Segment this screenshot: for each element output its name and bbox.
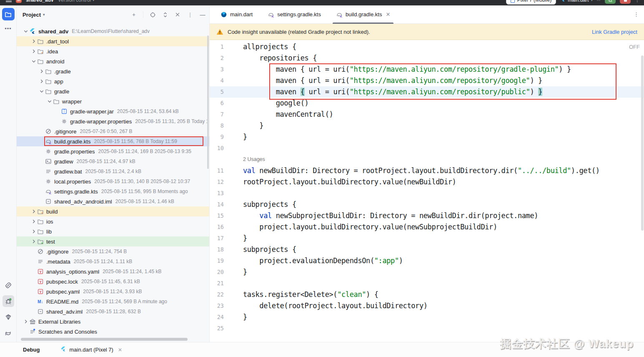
flutter-icon <box>560 0 566 3</box>
tree-chevron-icon[interactable] <box>38 88 45 95</box>
flutter-icon <box>60 346 66 353</box>
tree-row-shared_adv_android.iml[interactable]: shared_adv_android.iml2025-08-15 11:24, … <box>17 196 210 206</box>
tree-row-android[interactable]: android <box>17 56 210 66</box>
tree-item-label: gradle <box>54 88 69 95</box>
tree-row-local.properties[interactable]: local.properties2025-08-15 11:30, 140 B … <box>17 176 210 186</box>
tree-row-gradlew.bat[interactable]: gradlew.bat2025-08-15 11:24, 2.4 kB <box>17 166 210 176</box>
code-line-23: 23 delete(rootProject.layout.buildDirect… <box>210 300 644 312</box>
services-icon[interactable] <box>3 279 14 291</box>
debug-label[interactable]: Debug <box>23 347 40 353</box>
tree-chevron-icon[interactable] <box>38 68 45 75</box>
collapse-all-icon[interactable] <box>174 11 181 18</box>
code-line-5: 5 maven { url = uri("https://maven.aliyu… <box>210 86 644 98</box>
debug-run-button[interactable] <box>605 0 616 4</box>
tree-chevron-icon[interactable] <box>30 38 37 45</box>
inspections-widget[interactable]: OFF <box>629 44 640 50</box>
tree-row-pubspec.yaml[interactable]: Ypubspec.yaml2025-08-15 11:24, 3.93 kB <box>17 287 210 297</box>
scratches-icon <box>29 328 36 335</box>
tree-row-app[interactable]: app <box>17 76 210 86</box>
tree-row-wrapper[interactable]: wrapper <box>17 96 210 106</box>
add-icon[interactable]: ＋ <box>130 11 137 18</box>
chevron-down-icon: ▾ <box>43 13 45 17</box>
options-icon[interactable]: ⋮ <box>187 11 193 18</box>
project-panel-title[interactable]: Project▾ <box>23 12 45 18</box>
tree-chevron-icon[interactable] <box>23 318 29 325</box>
link-gradle-project-action[interactable]: Link Gradle project <box>592 29 637 35</box>
line-number: 20 <box>210 266 233 278</box>
tree-row-ios[interactable]: ios <box>17 216 210 226</box>
tree-vertical-scrollbar[interactable] <box>207 35 209 169</box>
tab-build.gradle.kts[interactable]: Kbuild.gradle.kts✕ <box>328 5 398 24</box>
version-control-menu[interactable]: Version control▾ <box>58 0 95 3</box>
devtools-cat-icon[interactable] <box>3 327 14 339</box>
tab-settings.gradle.kts[interactable]: Ksettings.gradle.kts <box>260 5 328 24</box>
tree-row-gradle[interactable]: gradle <box>17 86 210 96</box>
tree-chevron-icon[interactable] <box>38 78 45 85</box>
tree-chevron-spacer <box>30 288 37 295</box>
debug-session-tab[interactable]: main.dart (Pixel 7) ✕ <box>60 346 122 353</box>
code-editor[interactable]: 1allprojects {2 repositories {3 maven { … <box>210 40 644 342</box>
tree-chevron-icon[interactable] <box>30 218 37 225</box>
tree-chevron-icon[interactable] <box>30 228 37 235</box>
tree-chevron-icon[interactable] <box>30 208 37 215</box>
editor-vertical-scrollbar[interactable] <box>641 55 644 231</box>
tree-row-gradle.properties[interactable]: gradle.properties2025-08-15 11:24, 169 B… <box>17 146 210 156</box>
tree-row-shared_adv.iml[interactable]: shared_adv.iml2025-08-15 11:28, 632 B <box>17 307 210 317</box>
tree-row-settings.gradle.kts[interactable]: Ksettings.gradle.kts2025-08-15 11:56, 99… <box>17 186 210 196</box>
code-text: } <box>233 131 247 143</box>
device-selector[interactable]: Pixel 7 (Mobile) <box>506 0 556 5</box>
svg-text:Y: Y <box>39 290 42 294</box>
tab-main.dart[interactable]: main.dart <box>213 5 260 24</box>
file-metadata: 2025-08-15 11:45, 6.31 kB <box>81 279 140 284</box>
tree-row-Scratches-and-Consoles[interactable]: Scratches and Consoles <box>17 327 210 336</box>
tree-row-README.md[interactable]: M↓README.md2025-08-15 11:24, 569 B A min… <box>17 297 210 307</box>
expand-collapse-icon[interactable] <box>162 11 168 18</box>
line-number: 2 <box>210 53 233 64</box>
line-number: 1 <box>210 41 233 53</box>
main-menu-icon[interactable] <box>6 0 12 3</box>
more-tool-windows-icon[interactable]: ••• <box>0 25 16 32</box>
tree-row-.idea[interactable]: .idea <box>17 46 210 56</box>
tree-chevron-icon[interactable] <box>46 98 53 105</box>
tree-row-.metadata[interactable]: .metadata2025-08-15 11:24, 1.11 kB <box>17 256 210 266</box>
tree-row-.dart_tool[interactable]: .dart_tool <box>17 36 210 46</box>
editor-options-icon[interactable]: ⋮ <box>634 11 639 18</box>
locate-file-icon[interactable] <box>149 11 156 18</box>
tree-horizontal-scrollbar[interactable] <box>21 338 188 341</box>
stop-button[interactable] <box>620 0 631 4</box>
tree-row-.gitignore[interactable]: .gitignore2025-07-26 0:50, 267 B <box>17 126 210 136</box>
tree-row-gradle-wrapper.properties[interactable]: gradle-wrapper.properties2025-08-15 11:3… <box>17 116 210 126</box>
tree-chevron-icon[interactable] <box>30 48 37 55</box>
project-tool-button[interactable] <box>2 8 15 20</box>
gradle-icon: K <box>336 11 343 18</box>
tree-row-gradlew[interactable]: gradlew2025-08-15 11:24, 4.97 kB <box>17 156 210 166</box>
grid-icon[interactable]: ▫▫ <box>597 0 601 3</box>
tree-row-.gitignore[interactable]: .gitignore2025-08-15 11:24, 754 B <box>17 246 210 256</box>
tree-row-lib[interactable]: lib <box>17 226 210 236</box>
usages-inlay-hint[interactable]: 2 Usages <box>210 154 265 165</box>
close-icon[interactable]: ✕ <box>386 11 390 18</box>
tree-row-test[interactable]: test <box>17 236 210 246</box>
tree-chevron-icon[interactable] <box>30 58 37 65</box>
close-icon[interactable]: ✕ <box>118 347 122 353</box>
tree-row-gradle-wrapper.jar[interactable]: gradle-wrapper.jar2025-08-15 11:24, 53.6… <box>17 106 210 116</box>
titlebar-project-name[interactable]: shared_adv <box>26 0 54 3</box>
dart-analysis-icon[interactable] <box>3 311 14 323</box>
tree-row-External-Libraries[interactable]: External Libraries <box>17 317 210 327</box>
chevron-down-icon: ▾ <box>591 0 593 2</box>
iml-icon <box>37 308 44 315</box>
tree-row-analysis_options.yaml[interactable]: Yanalysis_options.yaml2025-08-15 11:24, … <box>17 266 210 277</box>
tree-chevron-icon[interactable] <box>23 28 29 35</box>
code-text: repositories { <box>233 53 317 64</box>
tree-row-pubspec.lock[interactable]: Ypubspec.lock2025-08-15 11:45, 6.31 kB <box>17 277 210 287</box>
tree-row-shared_adv[interactable]: shared_advE:\LearnDemos\Flutter\shared_a… <box>17 26 210 36</box>
run-configuration[interactable]: main.dart ▾ <box>560 0 593 3</box>
tree-row-.gradle[interactable]: .gradle <box>17 66 210 76</box>
code-line-16: 16 project.layout.buildDirectory.value(n… <box>210 221 644 233</box>
debug-tool-button[interactable] <box>3 295 14 307</box>
hide-panel-icon[interactable]: — <box>199 11 206 18</box>
tree-row-build[interactable]: build <box>17 206 210 216</box>
tree-chevron-icon[interactable] <box>30 238 37 245</box>
tree-row-build.gradle.kts[interactable]: Kbuild.gradle.kts2025-08-15 11:56, 768 B… <box>17 136 210 146</box>
more-actions-icon[interactable]: ⋮ <box>635 0 640 3</box>
